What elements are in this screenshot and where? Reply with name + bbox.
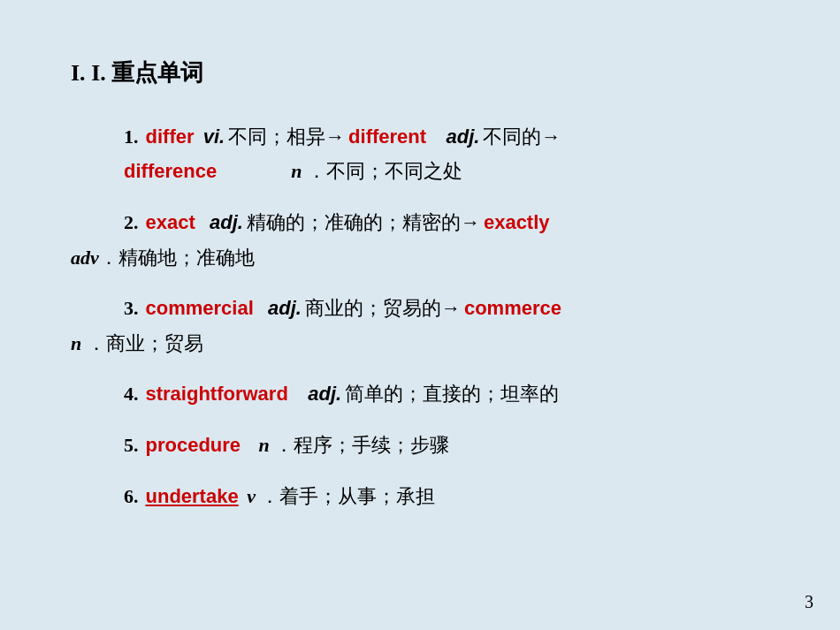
entry-1-num: 1. <box>124 119 139 155</box>
entry-1-pos2: adj. <box>430 119 479 155</box>
entry-1-cn2: 不同的→ <box>483 119 561 155</box>
entry-1-cont-pos: n ．不同；不同之处 <box>220 154 462 189</box>
entry-2-num: 2. <box>124 205 139 240</box>
entry-2: 2. exact adj. 精确的；准确的；精密的→ exactly adv．精… <box>71 205 769 275</box>
entry-3-cont: n ．商业；贸易 <box>71 326 769 361</box>
main-content: I. I. 重点单词 1. differ vi. 不同；相异→ differen… <box>0 0 840 565</box>
entry-2-word2: exactly <box>484 205 550 240</box>
entry-4-word: straightforward <box>146 376 288 412</box>
roman-numeral: I. <box>71 60 91 86</box>
entry-2-cn1: 精确的；准确的；精密的→ <box>247 205 480 240</box>
entry-5-num: 5. <box>124 428 139 463</box>
entry-5: 5. procedure n ．程序；手续；步骤 <box>71 428 769 463</box>
entry-2-word: exact <box>146 205 195 240</box>
entry-4-pos1: adj. <box>292 376 341 412</box>
entry-3-num: 3. <box>124 291 139 326</box>
entry-2-pos1: adj. <box>199 205 243 240</box>
entry-1: 1. differ vi. 不同；相异→ different adj. 不同的→… <box>71 119 769 189</box>
entry-5-word: procedure <box>146 428 241 463</box>
entry-6-pos1: v ．着手；从事；承担 <box>242 479 436 514</box>
entry-4: 4. straightforward adj. 简单的；直接的；坦率的 <box>71 376 769 412</box>
entry-1-word2: different <box>348 119 426 155</box>
entry-3-word: commercial <box>146 291 254 326</box>
entry-1-cn1: 不同；相异→ <box>228 119 345 155</box>
entry-2-cont: adv．精确地；准确地 <box>71 240 769 276</box>
entry-3-cn1: 商业的；贸易的→ <box>305 291 461 326</box>
entry-3: 3. commercial adj. 商业的；贸易的→ commerce n ．… <box>71 291 769 361</box>
page-number: 3 <box>805 592 813 612</box>
entry-3-word2: commerce <box>464 291 561 326</box>
entry-4-cn1: 简单的；直接的；坦率的 <box>345 376 559 412</box>
entry-1-word: differ <box>146 119 195 155</box>
entry-5-pos1: n ．程序；手续；步骤 <box>244 428 449 463</box>
section-title: I. I. 重点单词 <box>71 53 769 95</box>
entry-1-pos1: vi. <box>198 119 225 155</box>
entry-3-pos1: adj. <box>257 291 302 326</box>
entry-4-num: 4. <box>124 376 139 412</box>
entry-6-word: undertake <box>146 479 239 514</box>
entry-6-num: 6. <box>124 479 139 514</box>
entry-6: 6. undertake v ．着手；从事；承担 <box>71 479 769 514</box>
entry-1-word3: difference <box>124 154 217 189</box>
